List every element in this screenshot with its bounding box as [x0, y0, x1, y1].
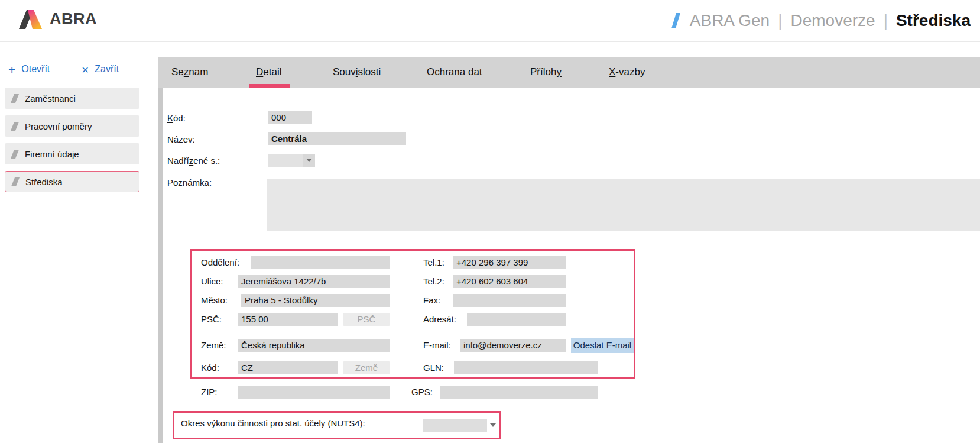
abra-logo-icon [18, 8, 44, 30]
gln-label: GLN: [423, 361, 444, 374]
gps-input[interactable] [440, 386, 598, 399]
tel2-input[interactable]: +420 602 603 604 [453, 275, 566, 288]
email-label: E-mail: [423, 339, 451, 352]
tel1-label: Tel.1: [423, 256, 444, 269]
abra-slash-icon [11, 177, 20, 186]
breadcrumb-separator: | [884, 11, 888, 30]
sidebar-item-label: Firemní údaje [25, 149, 79, 159]
active-tab-indicator [249, 84, 290, 88]
nadrizene-dropdown-value [268, 154, 303, 167]
email-input[interactable]: info@demoverze.cz [460, 339, 566, 352]
tab-x-vazby[interactable]: X-vazby [609, 57, 645, 88]
abra-gen-window: ABRA ABRA Gen | Demoverze | Střediska + … [0, 0, 980, 443]
sidebar-item-firemni-udaje[interactable]: Firemní údaje [5, 143, 139, 164]
open-button[interactable]: + Otevřít [8, 60, 50, 78]
abra-slash-icon [11, 122, 19, 131]
sidebar: Zaměstnanci Pracovní poměry Firemní údaj… [5, 88, 139, 199]
abra-slash-icon [669, 11, 682, 30]
psc-input[interactable]: 155 00 [238, 313, 338, 326]
kod-label: Kód: [167, 112, 186, 125]
open-button-label: Otevřít [21, 64, 50, 75]
zeme-label: Země: [201, 339, 226, 352]
gln-input[interactable] [454, 361, 598, 374]
nuts4-label: Okres výkonu činnosti pro stat. účely (N… [181, 417, 365, 430]
nuts4-dropdown[interactable] [423, 419, 499, 432]
zip-label: ZIP: [201, 386, 218, 399]
fax-label: Fax: [423, 294, 440, 307]
ulice-input[interactable]: Jeremiášova 1422/7b [238, 275, 390, 288]
close-icon: × [82, 63, 89, 76]
kod-zeme-input[interactable]: CZ [238, 361, 338, 374]
tab-detail[interactable]: Detail [256, 57, 281, 88]
abra-slash-icon [11, 150, 19, 159]
breadcrumb: ABRA Gen | Demoverze | Střediska [669, 0, 971, 41]
ulice-label: Ulice: [201, 275, 223, 288]
abra-slash-icon [11, 94, 19, 103]
poznamka-label: Poznámka: [167, 176, 212, 189]
poznamka-textarea[interactable] [267, 179, 980, 231]
psc-lookup-button[interactable]: PSČ [343, 313, 390, 326]
gps-label: GPS: [411, 386, 433, 399]
adresat-label: Adresát: [423, 313, 456, 326]
zip-input[interactable] [238, 386, 390, 399]
fax-input[interactable] [453, 294, 566, 307]
adresat-input[interactable] [467, 313, 566, 326]
zeme-lookup-button[interactable]: Země [343, 361, 390, 374]
tab-ochrana-dat[interactable]: Ochrana dat [427, 57, 482, 88]
tab-souvislosti[interactable]: Souvislosti [333, 57, 381, 88]
kod-input[interactable]: 000 [268, 111, 312, 124]
vertical-splitter[interactable] [158, 88, 163, 443]
tab-seznam[interactable]: Seznam [171, 57, 208, 88]
sidebar-item-zamestnanci[interactable]: Zaměstnanci [5, 88, 139, 109]
mesto-label: Město: [201, 294, 228, 307]
zeme-input[interactable]: Česká republika [238, 339, 390, 352]
plus-icon: + [8, 63, 15, 76]
close-button[interactable]: × Zavřít [82, 60, 119, 78]
sidebar-item-label: Zaměstnanci [25, 93, 76, 104]
breadcrumb-environment: Demoverze [790, 11, 875, 30]
nazev-label: Název: [167, 133, 195, 146]
app-header: ABRA ABRA Gen | Demoverze | Střediska [0, 0, 980, 42]
sidebar-item-strediska[interactable]: Střediska [5, 171, 139, 192]
tel2-label: Tel.2: [423, 275, 444, 288]
abra-logo: ABRA [18, 8, 97, 30]
chevron-down-icon [487, 419, 499, 432]
tab-bar: Seznam Detail Souvislosti Ochrana dat Př… [158, 57, 980, 88]
sidebar-item-label: Střediska [25, 177, 63, 187]
nadrizene-label: Nadřízené s.: [167, 154, 220, 167]
oddeleni-input[interactable] [251, 256, 390, 269]
sidebar-item-label: Pracovní poměry [25, 121, 92, 131]
chevron-down-icon [303, 154, 315, 167]
psc-label: PSČ: [201, 313, 222, 326]
sidebar-item-pracovni-pomery[interactable]: Pracovní poměry [5, 115, 139, 137]
page-title: Střediska [896, 11, 971, 30]
nuts4-dropdown-value [423, 419, 487, 432]
breadcrumb-separator: | [778, 11, 782, 30]
nazev-input[interactable]: Centrála [268, 132, 406, 145]
kod-zeme-label: Kód: [201, 361, 219, 374]
oddeleni-label: Oddělení: [201, 256, 239, 269]
nadrizene-dropdown[interactable] [268, 154, 315, 167]
mesto-input[interactable]: Praha 5 - Stodůlky [241, 294, 390, 307]
tel1-input[interactable]: +420 296 397 399 [453, 256, 566, 269]
tab-prilohy[interactable]: Přílohy [530, 57, 562, 88]
send-email-button[interactable]: Odeslat E-mail [571, 338, 634, 353]
breadcrumb-app: ABRA Gen [690, 11, 770, 30]
close-button-label: Zavřít [95, 64, 119, 75]
abra-logo-text: ABRA [50, 10, 97, 28]
